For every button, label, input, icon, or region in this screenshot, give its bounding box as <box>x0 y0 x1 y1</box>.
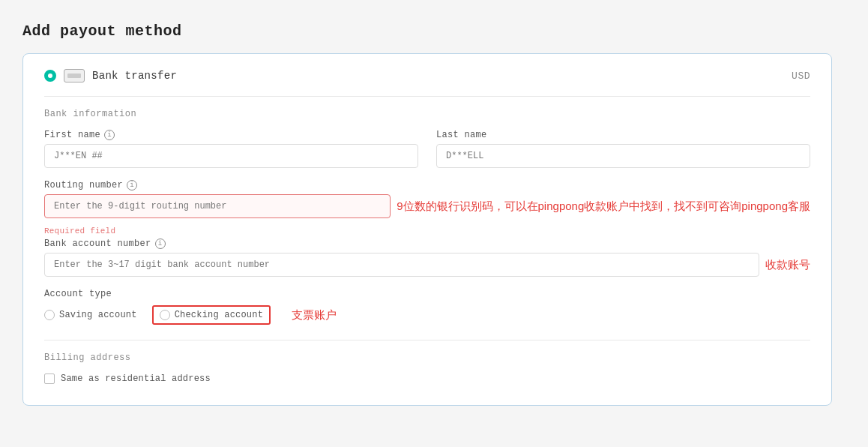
page-title: Add payout method <box>22 22 846 40</box>
bank-account-group: Bank account number i 收款账号 <box>44 238 810 277</box>
bank-card-icon <box>64 69 85 82</box>
last-name-label: Last name <box>436 130 810 140</box>
checking-radio-circle <box>160 310 170 320</box>
checking-annotation-text: 支票账户 <box>292 308 337 322</box>
saving-account-option[interactable]: Saving account <box>44 310 137 320</box>
radio-dot-inner <box>48 74 52 78</box>
routing-annotation-row: 9位数的银行识别码，可以在pingpong收款账户中找到，找不到可咨询pingp… <box>44 194 810 218</box>
divider-2 <box>44 340 810 340</box>
divider-1 <box>44 96 810 97</box>
routing-required-error: Required field <box>44 226 810 236</box>
account-type-options: Saving account Checking account 支票账户 <box>44 305 810 325</box>
first-name-group: First name i <box>44 130 418 168</box>
same-as-residential-label: Same as residential address <box>61 374 211 384</box>
bank-information-title: Bank information <box>44 109 810 119</box>
bank-transfer-radio[interactable] <box>44 70 56 82</box>
saving-account-label: Saving account <box>59 310 137 320</box>
name-row: First name i Last name <box>44 130 810 168</box>
billing-address-section: Billing address Same as residential addr… <box>44 352 810 384</box>
first-name-label: First name i <box>44 130 418 140</box>
same-as-residential-row: Same as residential address <box>44 374 810 384</box>
last-name-group: Last name <box>436 130 810 168</box>
first-name-input[interactable] <box>44 144 418 168</box>
checking-account-option[interactable]: Checking account <box>152 305 271 325</box>
routing-info-icon[interactable]: i <box>127 180 137 190</box>
account-info-icon[interactable]: i <box>155 238 166 249</box>
bank-transfer-left: Bank transfer <box>44 69 177 82</box>
routing-number-input[interactable] <box>44 194 391 218</box>
same-as-residential-checkbox[interactable] <box>44 374 55 384</box>
bank-transfer-label: Bank transfer <box>92 70 177 82</box>
billing-address-title: Billing address <box>44 352 810 363</box>
card-icon-inner <box>67 74 81 78</box>
account-annotation-text: 收款账号 <box>765 258 810 272</box>
bank-account-input[interactable] <box>44 253 759 277</box>
first-name-info-icon[interactable]: i <box>104 130 115 140</box>
saving-radio-circle <box>44 310 55 320</box>
routing-annotation-text: 9位数的银行识别码，可以在pingpong收款账户中找到，找不到可咨询pingp… <box>397 200 810 214</box>
account-annotation-row: 收款账号 <box>44 253 810 277</box>
bank-transfer-header: Bank transfer USD <box>44 69 810 82</box>
account-type-section: Account type Saving account Checking acc… <box>44 289 810 325</box>
currency-label: USD <box>792 70 810 82</box>
bank-account-label: Bank account number i <box>44 238 810 249</box>
routing-number-label: Routing number i <box>44 180 810 190</box>
checking-account-label: Checking account <box>175 310 263 320</box>
payout-method-card: Bank transfer USD Bank information First… <box>22 53 832 406</box>
routing-number-group: Routing number i 9位数的银行识别码，可以在pingpong收款… <box>44 180 810 236</box>
account-type-label: Account type <box>44 289 810 299</box>
last-name-input[interactable] <box>436 144 810 168</box>
